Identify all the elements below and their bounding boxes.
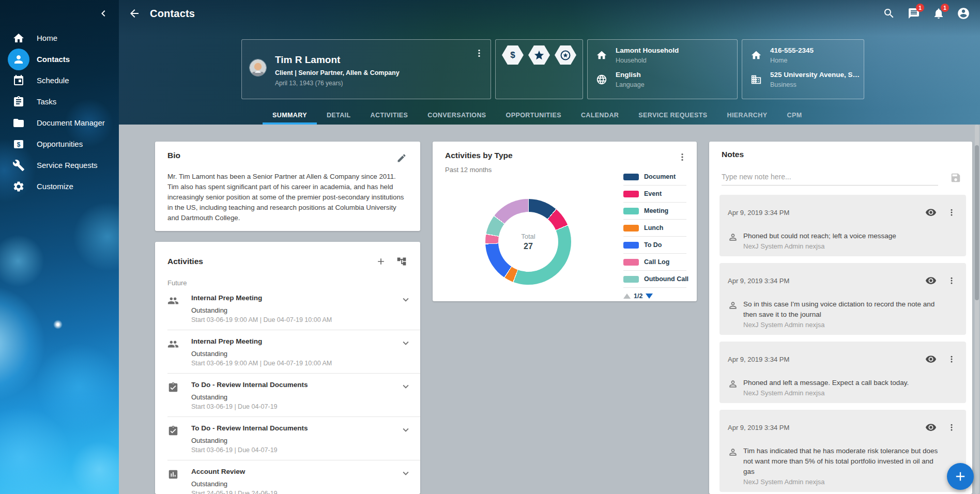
note-menu-button[interactable]	[941, 349, 962, 369]
phone-row[interactable]: 416-555-2345 Home	[751, 47, 856, 64]
bio-title: Bio	[167, 151, 408, 160]
right-column: Notes Apr 9, 2019 3:34 PM	[709, 142, 972, 494]
legend-item[interactable]: Event	[623, 186, 686, 203]
profile-menu-button[interactable]	[469, 43, 489, 64]
avatar[interactable]	[249, 59, 267, 76]
add-note-fab[interactable]	[947, 463, 974, 490]
chart-legend: Document Event Meeting Lunch To Do Call …	[623, 168, 686, 300]
save-note-button[interactable]	[945, 167, 966, 188]
activity-row[interactable]: To Do - Review Internal Documents Outsta…	[167, 424, 420, 460]
legend-label: Call Log	[644, 258, 669, 266]
activities-title: Activities	[167, 257, 203, 266]
note-visibility-button[interactable]	[921, 349, 941, 369]
note-timestamp: Apr 9, 2019 3:34 PM	[728, 356, 789, 363]
sidebar-item-document-manager[interactable]: Document Manager	[0, 112, 119, 133]
legend-swatch	[623, 242, 639, 249]
legend-swatch	[623, 191, 639, 197]
tab-calendar[interactable]: CALENDAR	[571, 106, 629, 125]
legend-page-down-icon[interactable]	[646, 294, 653, 299]
expand-button[interactable]	[395, 424, 416, 454]
bio-text: Mr. Tim Lamont has been a Senior Partner…	[167, 172, 408, 223]
content-scrollbar[interactable]	[975, 125, 979, 494]
activity-status: Outstanding	[191, 393, 395, 401]
sidebar-item-home[interactable]: Home	[0, 27, 119, 49]
expand-button[interactable]	[395, 381, 416, 410]
activity-row[interactable]: To Do - Review Internal Documents Outsta…	[167, 381, 420, 417]
tab-activities[interactable]: ACTIVITIES	[361, 106, 418, 125]
legend-item[interactable]: Outbound Call	[623, 271, 686, 288]
svg-text:$: $	[17, 141, 21, 148]
activity-row[interactable]: Internal Prep Meeting Outstanding Start …	[167, 337, 420, 374]
activity-row[interactable]: Account Review Outstanding Start 24-05-1…	[167, 468, 420, 494]
middle-column: Activities by Type Past 12 months Total …	[433, 142, 697, 494]
sidebar-item-service-requests[interactable]: Service Requests	[0, 155, 119, 176]
note-menu-button[interactable]	[941, 270, 962, 291]
note-visibility-button[interactable]	[921, 202, 941, 223]
activity-status: Outstanding	[191, 306, 395, 314]
activity-row[interactable]: Internal Prep Meeting Outstanding Start …	[167, 294, 420, 330]
dollar-badge-icon[interactable]: $	[502, 45, 524, 65]
activity-dates: Start 24-05-19 | Due 24-06-19	[191, 490, 395, 494]
sidebar-item-opportunities[interactable]: $ Opportunities	[0, 133, 119, 155]
person-icon	[12, 53, 25, 66]
note-author: NexJ System Admin nexjsa	[743, 242, 896, 250]
sidebar-item-tasks[interactable]: Tasks	[0, 91, 119, 112]
notes-panel: Notes Apr 9, 2019 3:34 PM	[709, 142, 972, 494]
legend-page-up-icon[interactable]	[623, 294, 631, 299]
note-visibility-button[interactable]	[921, 417, 941, 438]
tab-conversations[interactable]: CONVERSATIONS	[418, 106, 496, 125]
legend-item[interactable]: To Do	[623, 237, 686, 254]
sidebar-item-contacts[interactable]: Contacts	[0, 49, 119, 70]
legend-swatch	[623, 276, 639, 283]
sidebar-collapse-button[interactable]	[94, 4, 113, 23]
scrollbar-thumb[interactable]	[975, 145, 979, 300]
search-button[interactable]	[879, 3, 899, 24]
note-item: Apr 9, 2019 3:34 PM Tim has indicated th…	[719, 410, 966, 492]
eye-icon	[925, 353, 937, 365]
back-button[interactable]	[124, 3, 145, 24]
note-menu-button[interactable]	[941, 417, 962, 438]
todo-check-icon	[167, 424, 191, 454]
household-row[interactable]: Lamont Household Household	[596, 47, 730, 64]
new-note-input[interactable]	[722, 171, 938, 186]
legend-item[interactable]: Document	[623, 168, 686, 186]
tab-hierarchy[interactable]: HIERARCHY	[717, 106, 777, 125]
home-icon	[596, 50, 608, 64]
seal-star-badge-icon[interactable]	[555, 45, 576, 65]
money-document-icon: $	[12, 138, 25, 150]
star-badge-icon[interactable]	[528, 45, 550, 65]
kebab-icon	[947, 208, 956, 217]
account-button[interactable]	[953, 3, 974, 24]
address-row[interactable]: 525 University Avenue, S… Business	[751, 71, 856, 88]
sidebar-item-customize[interactable]: Customize	[0, 176, 119, 197]
note-text: Phoned and left a message. Expect a call…	[743, 378, 909, 388]
activity-hierarchy-button[interactable]	[391, 251, 412, 272]
note-text: So in this case I'm using voice dictatio…	[743, 299, 941, 320]
legend-item[interactable]: Lunch	[623, 220, 686, 237]
tab-service-requests[interactable]: SERVICE REQUESTS	[629, 106, 717, 125]
bio-edit-button[interactable]	[391, 148, 412, 168]
expand-button[interactable]	[395, 294, 416, 323]
tab-opportunities[interactable]: OPPORTUNITIES	[496, 106, 571, 125]
tab-cpm[interactable]: CPM	[777, 106, 811, 125]
sidebar-item-label: Home	[37, 34, 57, 42]
add-activity-button[interactable]	[371, 251, 391, 272]
tab-detail[interactable]: DETAIL	[317, 106, 361, 125]
chevron-down-icon	[400, 294, 411, 305]
expand-button[interactable]	[395, 468, 416, 494]
profile-card: Tim R Lamont Client | Senior Partner, Al…	[241, 39, 491, 99]
kebab-icon	[947, 276, 956, 285]
expand-button[interactable]	[395, 337, 416, 367]
sidebar-item-schedule[interactable]: Schedule	[0, 70, 119, 91]
conversations-button[interactable]: 1	[904, 3, 924, 24]
search-icon	[883, 7, 895, 20]
notifications-button[interactable]: 1	[928, 3, 949, 24]
legend-item[interactable]: Call Log	[623, 254, 686, 271]
tab-summary[interactable]: SUMMARY	[263, 106, 317, 125]
legend-item[interactable]: Meeting	[623, 203, 686, 220]
note-visibility-button[interactable]	[921, 270, 941, 291]
note-menu-button[interactable]	[941, 202, 962, 223]
language-row[interactable]: English Language	[596, 71, 730, 88]
chart-menu-button[interactable]	[672, 147, 693, 167]
contact-name: Tim R Lamont	[275, 54, 400, 66]
